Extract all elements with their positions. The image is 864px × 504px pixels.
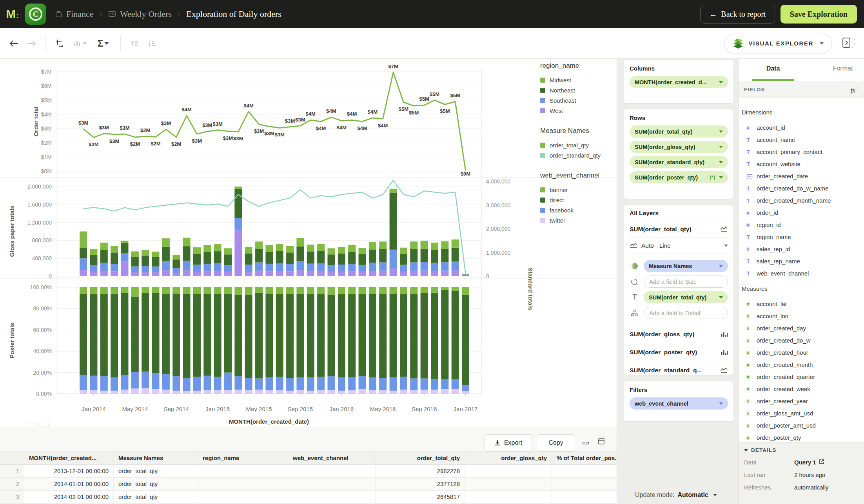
chart-type-button[interactable]	[69, 35, 91, 52]
table-header-cell[interactable]: web_event_channel	[288, 452, 376, 464]
breadcrumb-collection[interactable]: Finance	[66, 9, 94, 19]
legend-item-twitter[interactable]: twitter	[540, 215, 614, 225]
gloss-bar-segment	[328, 265, 335, 272]
minimize-table-icon[interactable]	[582, 440, 590, 448]
breadcrumb-report[interactable]: Weekly Orders	[120, 9, 172, 19]
shelf-pill-web_event_channel[interactable]: web_event_channel	[630, 397, 728, 410]
shelf-pill-MONTHorder_created_d[interactable]: MONTH(order_created_d...	[630, 76, 728, 88]
redo-button[interactable]	[23, 35, 40, 52]
undo-button[interactable]	[5, 35, 23, 52]
table-header-cell[interactable]: order_total_qty	[376, 452, 465, 464]
field-order_created_day[interactable]: #order_created_day	[739, 322, 864, 334]
field-order_created_do_w_name[interactable]: Torder_created_do_w_name	[739, 182, 864, 194]
field-region_id[interactable]: #region_id	[739, 219, 864, 231]
table-row[interactable]: 32014-02-01 00:00:00order_total_qty26458…	[0, 491, 617, 504]
legend-item-order_standard_qty[interactable]: order_standard_qty	[540, 150, 614, 160]
color-pill-measure-names[interactable]: Measure Names	[644, 260, 728, 272]
copy-button[interactable]: Copy	[537, 434, 575, 451]
gloss-paper-chart	[56, 180, 481, 276]
marks-layer-standard-qty[interactable]: SUM(order_standard_q...	[630, 367, 720, 374]
field-order_id[interactable]: #order_id	[739, 207, 864, 219]
table-header-cell[interactable]: Measure Names	[114, 452, 198, 464]
all-layers-label[interactable]: All Layers	[630, 210, 728, 217]
field-order_created_year[interactable]: #order_created_year	[739, 395, 864, 407]
field-order_created_week[interactable]: #order_created_week	[739, 383, 864, 395]
sort-ascending-button[interactable]	[126, 35, 143, 52]
field-order_gloss_amt_usd[interactable]: #order_gloss_amt_usd	[739, 407, 864, 419]
breadcrumb-separator-icon: ›	[178, 11, 180, 18]
table-header-cell[interactable]	[0, 452, 24, 464]
label-pill-order-total[interactable]: SUM(order_total_qty)	[644, 291, 728, 303]
gloss-bar-segment	[410, 249, 417, 263]
marks-layer-total-qty[interactable]: SUM(order_total_qty)	[630, 226, 720, 233]
legend-item-Midwest[interactable]: Midwest	[540, 75, 614, 85]
charts-plot[interactable]: $0M$1M$2M$3M$4M$5M$6M$7MOrder total$3M$2…	[0, 60, 617, 425]
details-value[interactable]: Query 1	[794, 459, 824, 466]
sort-descending-button[interactable]	[143, 35, 161, 52]
maximize-table-icon[interactable]	[597, 437, 605, 447]
tab-format[interactable]: Format	[822, 59, 864, 81]
table-cell	[288, 491, 376, 503]
legend-item-direct[interactable]: direct	[540, 195, 614, 205]
shelf-pill-SUMorder_gloss_qty[interactable]: SUM(order_gloss_qty)	[630, 141, 728, 153]
table-header-cell[interactable]: % of Total order_pos...	[552, 452, 617, 464]
field-account_lon[interactable]: #account_lon	[739, 310, 864, 322]
poster-bar-segment	[338, 294, 345, 377]
gloss-bar-segment	[441, 249, 448, 262]
save-exploration-button[interactable]: Save Exploration	[781, 5, 857, 24]
field-order_created_month[interactable]: #order_created_month	[739, 359, 864, 371]
legend-item-banner[interactable]: banner	[540, 185, 614, 195]
field-order_created_do_w[interactable]: #order_created_do_w	[739, 334, 864, 346]
field-order_created_date[interactable]: order_created_date	[739, 170, 864, 182]
field-order_created_month_name[interactable]: Torder_created_month_name	[739, 194, 864, 207]
export-button[interactable]: Export	[485, 434, 532, 451]
field-sales_rep_id[interactable]: #sales_rep_id	[739, 243, 864, 255]
collapse-panel-icon[interactable]	[842, 37, 855, 50]
shelf-pill-SUMorder_total_qty[interactable]: SUM(order_total_qty)	[630, 125, 728, 138]
legend-item-order_total_qty[interactable]: order_total_qty	[540, 140, 614, 150]
workspace-logo-icon[interactable]: C	[25, 4, 46, 25]
mark-type-dropdown[interactable]: Auto - Line	[630, 237, 728, 254]
legend-item-West[interactable]: West	[540, 105, 614, 116]
gloss-bar-segment	[317, 244, 325, 251]
field-order_poster_amt_usd[interactable]: #order_poster_amt_usd	[739, 419, 864, 431]
back-to-report-button[interactable]: ←Back to report	[700, 5, 775, 24]
marks-layer-poster-qty[interactable]: SUM(order_poster_qty)	[630, 349, 721, 356]
field-order_created_hour[interactable]: #order_created_hour	[739, 346, 864, 359]
poster-bar-segment	[80, 287, 87, 294]
add-calculated-field-button[interactable]: fx+	[851, 85, 859, 94]
detail-drop-target[interactable]: Add a field to Detail	[644, 307, 728, 319]
chevron-down-icon	[719, 161, 723, 163]
field-account_id[interactable]: #account_id	[739, 121, 864, 134]
table-row[interactable]: 12013-12-01 00:00:00order_total_qty29822…	[0, 465, 617, 478]
legend-item-Northeast[interactable]: Northeast	[540, 85, 614, 95]
table-header-cell[interactable]: MONTH(order_created...	[24, 452, 114, 464]
legend-item-facebook[interactable]: facebook	[540, 205, 614, 215]
field-order_poster_qty[interactable]: #order_poster_qty	[739, 431, 864, 442]
field-account_name[interactable]: Taccount_name	[739, 134, 864, 146]
size-drop-target[interactable]: Add a field to Size	[644, 276, 728, 288]
field-name: region_id	[757, 221, 781, 228]
field-sales_rep_name[interactable]: Tsales_rep_name	[739, 255, 864, 267]
table-header-cell[interactable]: region_name	[198, 452, 288, 464]
update-mode-control[interactable]: Update mode: Automatic	[635, 491, 717, 499]
legend-item-Southeast[interactable]: Southeast	[540, 95, 614, 105]
field-order_created_quarter[interactable]: #order_created_quarter	[739, 371, 864, 383]
field-account_primary_contact[interactable]: Taccount_primary_contact	[739, 146, 864, 158]
shelf-pill-SUMorder_standard_qty[interactable]: SUM(order_standard_qty)	[630, 156, 728, 168]
svg-text:Poster totals: Poster totals	[9, 323, 15, 359]
details-toggle[interactable]: DETAILS	[744, 447, 859, 453]
shelf-pill-SUMorder_poster_qty[interactable]: SUM(order_poster_qty)[*]	[630, 171, 728, 183]
aggregate-button[interactable]: Σ	[91, 35, 115, 52]
table-header-cell[interactable]: order_gloss_qty	[465, 452, 552, 464]
table-row[interactable]: 22014-01-01 00:00:00order_total_qty23771…	[0, 478, 617, 491]
mode-switcher-dropdown[interactable]: VISUAL EXPLORER	[724, 34, 832, 53]
field-account_lat[interactable]: #account_lat	[739, 298, 864, 310]
field-region_name[interactable]: Tregion_name	[739, 231, 864, 243]
field-account_website[interactable]: Taccount_website	[739, 158, 864, 170]
field-web_event_channel[interactable]: Tweb_event_channel	[739, 267, 864, 276]
swap-axes-button[interactable]	[51, 35, 69, 52]
tab-data[interactable]: Data	[752, 59, 794, 81]
marks-layer-gloss-qty[interactable]: SUM(order_gloss_qty)	[630, 331, 721, 338]
mode-logo-icon[interactable]: M:	[0, 7, 25, 21]
